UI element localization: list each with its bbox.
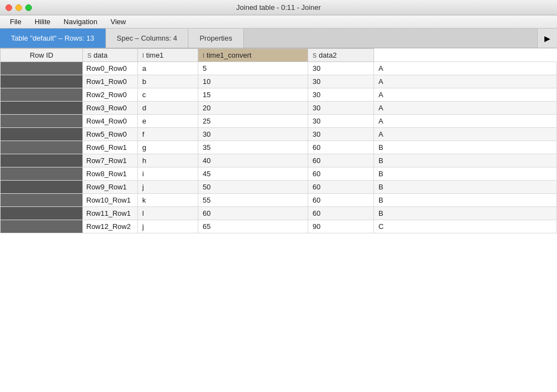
cell-row-id: Row9_Row1 [83,181,138,194]
play-button[interactable]: ▶ [537,29,557,48]
col-data2-label: data2 [319,51,337,59]
cell-data2: B [374,141,557,154]
cell-row-id: Row2_Row0 [83,88,138,102]
cell-data2: A [374,115,557,128]
table-row[interactable]: Row8_Row1i4560B [1,167,557,181]
cell-time1convert: 60 [308,207,374,220]
row-selector [1,128,83,141]
cell-data2: A [374,128,557,141]
row-selector [1,102,83,115]
col-header-time1[interactable]: Itime1 [138,49,198,62]
cell-time1convert: 60 [308,181,374,194]
table-row[interactable]: Row12_Row2j6590C [1,220,557,233]
cell-row-id: Row12_Row2 [83,220,138,233]
col-header-data[interactable]: Sdata [83,49,138,62]
cell-time1: 20 [198,102,308,115]
cell-row-id: Row0_Row0 [83,62,138,75]
table-row[interactable]: Row2_Row0c1530A [1,88,557,102]
cell-time1: 50 [198,181,308,194]
table-row[interactable]: Row5_Row0f3030A [1,128,557,141]
cell-data2: B [374,181,557,194]
col-header-data2[interactable]: Sdata2 [308,49,374,62]
cell-time1: 65 [198,220,308,233]
menu-view[interactable]: View [105,16,131,27]
cell-time1convert: 60 [308,194,374,207]
cell-row-id: Row6_Row1 [83,141,138,154]
cell-row-id: Row5_Row0 [83,128,138,141]
row-selector [1,75,83,88]
table-row[interactable]: Row3_Row0d2030A [1,102,557,115]
tab-bar: Table "default" – Rows: 13 Spec – Column… [0,29,557,48]
cell-data: j [138,181,198,194]
cell-data2: B [374,194,557,207]
col-header-row-id[interactable]: Row ID [1,49,83,62]
row-selector [1,115,83,128]
col-data-label: data [93,51,107,59]
cell-row-id: Row4_Row0 [83,115,138,128]
row-selector [1,194,83,207]
cell-data: c [138,88,198,102]
table-row[interactable]: Row0_Row0a530A [1,62,557,75]
cell-time1convert: 60 [308,167,374,181]
cell-row-id: Row7_Row1 [83,154,138,167]
cell-row-id: Row8_Row1 [83,167,138,181]
col-time1-icon: I [142,52,144,59]
tab-spec-columns[interactable]: Spec – Columns: 4 [106,29,189,48]
table-row[interactable]: Row10_Row1k5560B [1,194,557,207]
row-selector [1,62,83,75]
table-row[interactable]: Row9_Row1j5060B [1,181,557,194]
row-selector [1,88,83,102]
close-button[interactable] [5,4,12,11]
cell-time1convert: 30 [308,62,374,75]
cell-time1: 45 [198,167,308,181]
row-selector [1,207,83,220]
minimize-button[interactable] [15,4,22,11]
cell-time1: 55 [198,194,308,207]
cell-row-id: Row10_Row1 [83,194,138,207]
row-selector [1,167,83,181]
tab-default-table[interactable]: Table "default" – Rows: 13 [0,29,106,48]
row-selector [1,181,83,194]
row-selector [1,220,83,233]
cell-data2: A [374,62,557,75]
cell-time1: 30 [198,128,308,141]
table-row[interactable]: Row11_Row1l6060B [1,207,557,220]
window-title: Joined table - 0:11 - Joiner [236,3,321,12]
cell-data2: A [374,102,557,115]
cell-time1: 35 [198,141,308,154]
table-row[interactable]: Row7_Row1h4060B [1,154,557,167]
menu-navigation[interactable]: Navigation [58,16,103,27]
traffic-lights [5,4,32,11]
table-row[interactable]: Row4_Row0e2530A [1,115,557,128]
cell-time1convert: 60 [308,154,374,167]
cell-time1convert: 90 [308,220,374,233]
table-row[interactable]: Row6_Row1g3560B [1,141,557,154]
cell-data: l [138,207,198,220]
menu-file[interactable]: File [4,16,27,27]
col-time1convert-label: time1_convert [207,51,252,59]
cell-time1: 40 [198,154,308,167]
maximize-button[interactable] [25,4,32,11]
col-header-time1convert[interactable]: Itime1_convert [198,49,308,62]
tab-properties[interactable]: Properties [188,29,243,48]
cell-data2: B [374,154,557,167]
cell-time1convert: 60 [308,141,374,154]
cell-data2: B [374,207,557,220]
cell-data: k [138,194,198,207]
cell-time1convert: 30 [308,88,374,102]
col-time1convert-icon: I [203,52,204,59]
cell-data: b [138,75,198,88]
table-row[interactable]: Row1_Row0b1030A [1,75,557,88]
cell-data2: A [374,75,557,88]
menu-hilite[interactable]: Hilite [29,16,56,27]
cell-time1: 25 [198,115,308,128]
cell-data: h [138,154,198,167]
cell-data: d [138,102,198,115]
title-bar: Joined table - 0:11 - Joiner [0,0,557,15]
cell-data2: C [374,220,557,233]
table-container: Row ID Sdata Itime1 Itime1_convert Sdata… [0,48,557,392]
cell-time1: 5 [198,62,308,75]
col-row-id-label: Row ID [30,51,53,59]
col-data2-icon: S [313,52,316,59]
table-header-row: Row ID Sdata Itime1 Itime1_convert Sdata… [1,49,557,62]
